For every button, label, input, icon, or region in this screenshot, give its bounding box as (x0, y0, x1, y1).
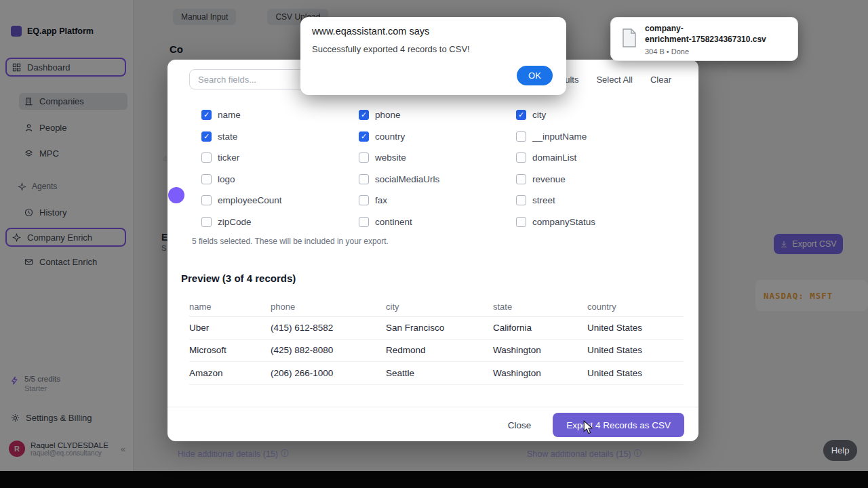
alert-ok-button[interactable]: OK (517, 66, 553, 85)
file-icon (622, 28, 637, 47)
export-records-button[interactable]: Export 4 Records as CSV (553, 413, 684, 437)
preview-cell: Washington (493, 345, 587, 355)
preview-cell: Redmond (386, 345, 493, 355)
field-label: zipCode (218, 217, 252, 227)
field-option-companyStatus[interactable]: companyStatus (516, 211, 673, 233)
field-label: revenue (532, 174, 566, 184)
unchecked-checkbox-icon[interactable] (516, 174, 526, 184)
field-option-employeeCount[interactable]: employeeCount (201, 190, 359, 211)
preview-cell: Amazon (189, 368, 271, 378)
preview-cell: Microsoft (189, 345, 271, 355)
preview-cell: United States (587, 323, 684, 333)
preview-column-city: city (386, 302, 493, 312)
background-badge (168, 187, 184, 203)
unchecked-checkbox-icon[interactable] (516, 152, 526, 163)
checked-checkbox-icon[interactable] (359, 110, 369, 120)
clear-button[interactable]: Clear (650, 75, 671, 85)
preview-column-country: country (587, 302, 684, 312)
field-label: name (218, 110, 241, 120)
field-option-website[interactable]: website (359, 147, 516, 169)
preview-body: Uber(415) 612-8582San FranciscoCaliforni… (189, 317, 684, 385)
unchecked-checkbox-icon[interactable] (359, 152, 369, 163)
field-label: companyStatus (532, 217, 595, 227)
field-label: street (532, 195, 555, 205)
field-option-__inputName[interactable]: __inputName (516, 126, 673, 148)
alert-message: Successfully exported 4 records to CSV! (312, 44, 470, 54)
fields-selected-note: 5 fields selected. These will be include… (192, 237, 389, 246)
preview-table: namephonecitystatecountry Uber(415) 612-… (189, 297, 684, 385)
field-option-continent[interactable]: continent (359, 211, 516, 233)
preview-cell: (425) 882-8080 (271, 345, 386, 355)
unchecked-checkbox-icon[interactable] (201, 152, 212, 163)
screen: EQ.app Platform Dashboard Companies Peop… (0, 0, 868, 488)
preview-cell: (415) 612-8582 (271, 323, 386, 333)
browser-alert-dialog: www.eqassistant.com says Successfully ex… (300, 17, 566, 95)
unchecked-checkbox-icon[interactable] (516, 195, 526, 205)
table-row: Microsoft(425) 882-8080RedmondWashington… (189, 340, 684, 363)
field-option-city[interactable]: city (516, 104, 673, 126)
preview-header-row: namephonecitystatecountry (189, 297, 684, 317)
field-label: domainList (532, 152, 576, 163)
preview-cell: Uber (189, 323, 271, 333)
field-option-revenue[interactable]: revenue (516, 169, 673, 190)
preview-cell: San Francisco (386, 323, 493, 333)
unchecked-checkbox-icon[interactable] (359, 195, 369, 205)
unchecked-checkbox-icon[interactable] (201, 195, 212, 205)
preview-column-phone: phone (271, 302, 386, 312)
export-modal: Defaults Select All Clear namephonecitys… (167, 60, 698, 441)
field-option-phone[interactable]: phone (359, 104, 516, 126)
unchecked-checkbox-icon[interactable] (516, 217, 526, 227)
preview-cell: Washington (493, 368, 587, 378)
unchecked-checkbox-icon[interactable] (359, 217, 369, 227)
field-grid: namephonecitystatecountry__inputNametick… (201, 104, 676, 232)
preview-column-name: name (189, 302, 271, 312)
download-notification[interactable]: company- enrichment-1758234367310.csv 30… (610, 17, 798, 61)
table-row: Amazon(206) 266-1000SeattleWashingtonUni… (189, 362, 684, 385)
footer-divider (167, 407, 698, 407)
checked-checkbox-icon[interactable] (516, 110, 526, 120)
field-label: website (375, 152, 406, 163)
unchecked-checkbox-icon[interactable] (359, 174, 369, 184)
field-option-socialMediaUrls[interactable]: socialMediaUrls (359, 169, 516, 190)
unchecked-checkbox-icon[interactable] (201, 217, 212, 227)
field-label: logo (218, 174, 235, 184)
field-option-logo[interactable]: logo (201, 169, 359, 190)
download-status: 304 B • Done (645, 47, 689, 56)
select-all-button[interactable]: Select All (596, 75, 632, 85)
preview-cell: (206) 266-1000 (271, 368, 386, 378)
preview-cell: United States (587, 368, 684, 378)
field-label: country (375, 131, 405, 142)
checked-checkbox-icon[interactable] (201, 131, 212, 142)
field-label: continent (375, 217, 412, 227)
field-option-fax[interactable]: fax (359, 190, 516, 211)
help-button[interactable]: Help (823, 440, 857, 461)
checked-checkbox-icon[interactable] (359, 131, 369, 142)
field-label: city (532, 110, 546, 120)
table-row: Uber(415) 612-8582San FranciscoCaliforni… (189, 317, 684, 340)
unchecked-checkbox-icon[interactable] (516, 131, 526, 142)
field-label: state (218, 131, 237, 142)
field-option-street[interactable]: street (516, 190, 673, 211)
field-label: employeeCount (218, 195, 282, 205)
preview-cell: United States (587, 345, 684, 355)
checked-checkbox-icon[interactable] (201, 110, 212, 120)
field-label: phone (375, 110, 401, 120)
field-option-country[interactable]: country (359, 126, 516, 148)
field-label: __inputName (532, 131, 587, 142)
field-option-state[interactable]: state (201, 126, 359, 148)
preview-cell: California (493, 323, 587, 333)
preview-column-state: state (493, 302, 587, 312)
field-option-domainList[interactable]: domainList (516, 147, 673, 169)
field-label: fax (375, 195, 387, 205)
alert-origin: www.eqassistant.com says (312, 26, 429, 37)
unchecked-checkbox-icon[interactable] (201, 174, 212, 184)
field-option-name[interactable]: name (201, 104, 359, 126)
field-option-ticker[interactable]: ticker (201, 147, 359, 169)
field-option-zipCode[interactable]: zipCode (201, 211, 359, 233)
download-filename: company- enrichment-1758234367310.csv (645, 23, 791, 45)
mouse-cursor (583, 420, 593, 434)
field-label: ticker (218, 152, 239, 163)
field-label: socialMediaUrls (375, 174, 439, 184)
preview-title: Preview (3 of 4 records) (181, 272, 296, 284)
close-button[interactable]: Close (498, 415, 541, 436)
